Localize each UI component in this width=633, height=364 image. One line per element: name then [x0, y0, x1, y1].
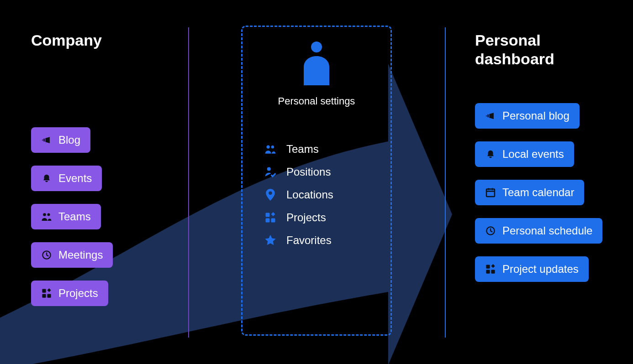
star-icon	[264, 234, 276, 246]
clock-icon	[41, 250, 52, 260]
settings-item-projects: Projects	[264, 211, 390, 224]
company-item-events: Events	[31, 166, 102, 191]
personal-item-updates: Project updates	[475, 256, 589, 282]
clock-icon	[485, 225, 496, 236]
svg-point-8	[271, 146, 274, 149]
chip-label: Projects	[58, 287, 98, 300]
svg-rect-16	[491, 270, 495, 273]
settings-item-label: Positions	[286, 166, 331, 178]
personal-settings-panel: Personal settings Teams Positions Locati…	[241, 26, 392, 336]
divider-left	[188, 27, 189, 338]
divider-right	[445, 27, 446, 338]
chip-label: Events	[58, 172, 92, 185]
company-title: Company	[31, 31, 168, 50]
personal-title: Personal dashboard	[475, 31, 621, 68]
personal-item-events: Local events	[475, 141, 574, 167]
apps-icon	[41, 288, 52, 299]
chip-label: Personal schedule	[502, 224, 592, 237]
company-item-teams: Teams	[31, 204, 101, 229]
personal-list: Personal blog Local events Team calendar…	[475, 103, 621, 282]
company-item-meetings: Meetings	[31, 242, 113, 268]
calendar-icon	[485, 187, 496, 198]
personal-item-blog: Personal blog	[475, 103, 580, 129]
chip-label: Team calendar	[502, 186, 574, 199]
megaphone-icon	[41, 135, 52, 146]
settings-item-label: Locations	[286, 188, 333, 201]
company-list: Blog Events Teams Meetings	[31, 127, 168, 306]
company-column: Company Blog Events Teams	[31, 31, 168, 306]
svg-point-1	[47, 213, 50, 216]
settings-item-label: Projects	[286, 211, 326, 224]
chip-label: Local events	[502, 148, 564, 161]
megaphone-icon	[485, 110, 496, 121]
settings-item-locations: Locations	[264, 188, 390, 201]
settings-title: Personal settings	[278, 95, 355, 107]
svg-rect-13	[486, 189, 495, 197]
chip-label: Meetings	[58, 249, 103, 261]
settings-item-positions: Positions	[264, 166, 390, 178]
person-icon	[298, 40, 335, 85]
personal-item-schedule: Personal schedule	[475, 218, 602, 244]
people-icon	[41, 211, 52, 222]
settings-item-label: Teams	[286, 143, 319, 156]
settings-list: Teams Positions Locations Projects	[243, 143, 390, 247]
settings-item-teams: Teams	[264, 143, 390, 156]
company-item-blog: Blog	[31, 127, 90, 153]
svg-rect-17	[486, 270, 490, 273]
svg-rect-10	[266, 213, 270, 217]
settings-item-favorites: Favorites	[264, 234, 390, 247]
personal-item-calendar: Team calendar	[475, 180, 584, 205]
company-item-projects: Projects	[31, 281, 108, 306]
bell-icon	[485, 149, 496, 160]
svg-rect-5	[42, 294, 46, 297]
people-icon	[264, 143, 276, 155]
svg-rect-11	[271, 218, 275, 223]
apps-icon	[264, 212, 276, 224]
svg-point-0	[43, 213, 46, 216]
settings-item-label: Favorites	[286, 234, 332, 247]
chip-label: Project updates	[502, 263, 579, 276]
person-check-icon	[264, 166, 276, 178]
apps-icon	[485, 264, 496, 275]
personal-column: Personal dashboard Personal blog Local e…	[475, 31, 621, 282]
svg-rect-3	[42, 289, 46, 292]
svg-rect-15	[486, 265, 490, 268]
svg-rect-4	[47, 294, 51, 297]
svg-point-6	[311, 42, 322, 52]
chip-label: Blog	[58, 134, 80, 146]
svg-rect-12	[266, 218, 270, 223]
svg-point-9	[267, 167, 271, 171]
svg-point-7	[267, 146, 270, 149]
chip-label: Personal blog	[502, 109, 570, 122]
bell-icon	[41, 173, 52, 184]
location-icon	[264, 189, 276, 201]
chip-label: Teams	[58, 210, 91, 223]
